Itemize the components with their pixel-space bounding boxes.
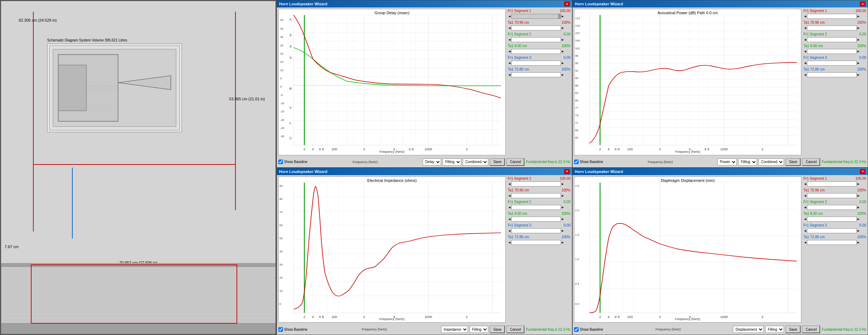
chart-1-area: Group Delay (msec) 40 35 30 25 20 15 10 …: [278, 9, 506, 155]
chart-diaphragm-displacement: Horn Loudspeaker Wizard ✕ Diaphragm Disp…: [572, 168, 868, 335]
cancel-btn-4[interactable]: Cancel: [802, 325, 820, 333]
seg2b-title-row: Ta1 8.00 cm 100%: [508, 44, 571, 48]
chart-4-title: Horn Loudspeaker Wizard: [575, 169, 623, 174]
seg1b-slider[interactable]: [511, 26, 561, 30]
svg-text:4: 4: [312, 315, 314, 318]
seg1b-title-row: Ta1 70.96 cm 100%: [508, 21, 571, 24]
bottom-section: [1, 263, 276, 334]
show-baseline-checkbox-4[interactable]: [574, 327, 579, 332]
svg-text:2: 2: [659, 147, 661, 151]
chart-3-area: Electrical Impedance (ohms) 90 80 70 60 …: [278, 177, 506, 323]
filling-select-1[interactable]: Filling: [443, 158, 461, 166]
delay-select-1[interactable]: Delay: [423, 158, 441, 166]
cancel-btn-2[interactable]: Cancel: [802, 158, 820, 166]
svg-text:S: S: [289, 45, 291, 48]
chart-3-close-btn[interactable]: ✕: [564, 169, 570, 174]
show-baseline-label-2: Show Baseline: [580, 160, 603, 164]
seg3-slider[interactable]: [511, 61, 561, 66]
seg1b-slider-row[interactable]: ◄ ►: [508, 26, 571, 30]
svg-text:2: 2: [304, 315, 305, 318]
filling-select-4[interactable]: Filling: [765, 326, 784, 333]
svg-text:A: A: [289, 18, 292, 21]
seg3-slider-row[interactable]: ◄ ►: [508, 61, 571, 66]
save-btn-3[interactable]: Save: [490, 325, 505, 333]
filling-select-3[interactable]: Filling: [469, 326, 488, 333]
chart-4-x-label: Frequency (hertz): [675, 317, 700, 321]
seg1b-slider-right: ►: [561, 26, 564, 30]
chart-1-title: Horn Loudspeaker Wizard: [279, 2, 327, 6]
svg-text:6 8: 6 8: [409, 147, 413, 151]
seg2b-slider-left: ◄: [508, 50, 511, 53]
svg-text:1000: 1000: [424, 147, 432, 151]
power-select-2[interactable]: Power: [717, 158, 737, 166]
chart-group-delay: Horn Loudspeaker Wizard ✕ Group Delay (m…: [277, 0, 572, 168]
svg-text:1000: 1000: [424, 315, 432, 318]
svg-text:2: 2: [762, 147, 763, 151]
seg2-slider[interactable]: [511, 37, 561, 42]
show-baseline-label-4: Show Baseline: [580, 328, 603, 331]
seg2-value: 0.00: [564, 32, 571, 36]
svg-text:6 8: 6 8: [615, 147, 619, 151]
seg3b-slider-row[interactable]: ◄ ►: [508, 72, 571, 77]
show-baseline-checkbox-3[interactable]: [278, 327, 283, 332]
save-btn-2[interactable]: Save: [785, 158, 801, 166]
chart-3-svg: 2 4 6 8 100 2 4 1000 2: [279, 177, 505, 323]
save-btn-1[interactable]: Save: [490, 158, 505, 166]
dim-top: 62.305 cm (24.529 in): [19, 18, 57, 22]
chart-3-titlebar: Horn Loudspeaker Wizard ✕: [277, 168, 572, 175]
chart-1-body: Group Delay (msec) 40 35 30 25 20 15 10 …: [277, 7, 572, 157]
schematic-box: [47, 44, 182, 132]
seg2b-slider-right: ►: [561, 50, 564, 53]
seg2b-slider[interactable]: [511, 49, 561, 54]
c2-seg1-label: Fr1 Segment 1: [803, 9, 827, 13]
chart-3-x-label: Frequency (hertz): [379, 317, 405, 321]
seg1-slider[interactable]: [511, 14, 561, 19]
svg-text:2: 2: [466, 147, 468, 151]
bottom-section-svg: [1, 263, 276, 334]
c2-seg1b-value: 100%: [857, 21, 866, 24]
chart-1-svg: 2 4 6 8 100 2 4 6 8 1000 2 A S S S B V: [279, 9, 505, 155]
cancel-btn-3[interactable]: Cancel: [506, 325, 524, 333]
impedance-select-3[interactable]: Impedance: [441, 326, 468, 333]
chart-2-close-btn[interactable]: ✕: [860, 1, 866, 6]
chart-4-close-btn[interactable]: ✕: [860, 169, 866, 174]
chart-2-area: Acoustical Power (dB) Path 0.0 cm 113 11…: [574, 9, 801, 155]
chart-3-body: Electrical Impedance (ohms) 90 80 70 60 …: [277, 175, 572, 324]
seg1b-slider-left: ◄: [508, 26, 511, 30]
svg-text:4: 4: [312, 147, 314, 151]
chart-3-title: Horn Loudspeaker Wizard: [279, 169, 327, 174]
seg3b-label: Ta1 72.86 cm: [508, 67, 529, 71]
svg-text:100: 100: [627, 315, 633, 318]
red-line-vertical-right: [235, 12, 236, 210]
filling-select-2[interactable]: Filling: [738, 158, 757, 166]
seg2b-value: 100%: [561, 44, 571, 48]
svg-text:4: 4: [608, 315, 610, 318]
seg3b-value: 100%: [561, 67, 571, 71]
save-btn-4[interactable]: Save: [785, 325, 801, 333]
show-baseline-label-3: Show Baseline: [284, 328, 307, 331]
freq-label-4: Frequency (hertz): [605, 328, 731, 331]
svg-text:1000: 1000: [720, 147, 728, 151]
seg3b-slider[interactable]: [511, 72, 561, 77]
svg-text:B: B: [289, 87, 291, 90]
svg-text:2: 2: [599, 315, 601, 318]
show-baseline-row-4: Show Baseline: [574, 327, 603, 332]
seg2-title-row: Fr1 Segment 2 0.00: [508, 32, 571, 36]
seg1-slider-right: ►: [561, 15, 564, 18]
combined-select-1[interactable]: Combined: [463, 158, 488, 166]
chart-4-toolbar: Show Baseline Frequency (hertz) Displace…: [573, 324, 868, 335]
seg1-slider-row[interactable]: ◄ ►: [508, 14, 571, 19]
seg2-slider-row[interactable]: ◄ ►: [508, 37, 571, 42]
chart-2-title: Horn Loudspeaker Wizard: [575, 2, 623, 6]
show-baseline-checkbox-2[interactable]: [574, 160, 579, 164]
cancel-btn-1[interactable]: Cancel: [506, 158, 524, 166]
chart-1-close-btn[interactable]: ✕: [564, 1, 570, 6]
show-baseline-checkbox-1[interactable]: [278, 160, 283, 164]
seg3b-title-row: Ta1 72.86 cm 100%: [508, 67, 571, 71]
displacement-select-4[interactable]: Displacement: [733, 326, 764, 333]
freq-label-2: Frequency (hertz): [605, 160, 716, 164]
svg-text:100: 100: [332, 315, 337, 318]
combined-select-2[interactable]: Combined: [758, 158, 784, 166]
seg1-label: Fr1 Segment 1: [508, 9, 531, 13]
seg2b-slider-row[interactable]: ◄ ►: [508, 49, 571, 54]
